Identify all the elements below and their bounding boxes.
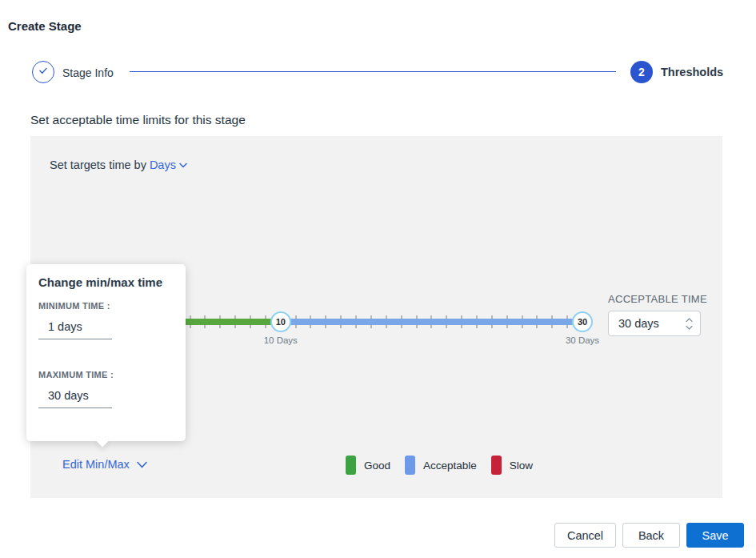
legend-swatch-slow	[491, 456, 502, 475]
targets-unit-dropdown[interactable]: Days	[150, 159, 187, 171]
acceptable-time-label: ACCEPTABLE TIME	[608, 293, 707, 305]
legend-swatch-acceptable	[405, 456, 415, 475]
slider-min-axis-label: 10 Days	[264, 335, 298, 345]
targets-row: Set targets time byDays	[50, 159, 187, 171]
step-stage-info-label[interactable]: Stage Info	[62, 66, 114, 79]
check-icon	[38, 65, 49, 79]
back-button[interactable]: Back	[622, 523, 680, 548]
stepper-down-icon[interactable]	[686, 325, 693, 330]
slider-handle-max[interactable]: 30	[572, 311, 593, 332]
targets-unit-value: Days	[150, 159, 176, 171]
slider-max-axis-label: 30 Days	[566, 335, 599, 345]
legend-label-slow: Slow	[510, 460, 533, 472]
stepper-up-icon[interactable]	[686, 318, 693, 323]
minimum-time-label: MINIMUM TIME :	[38, 301, 110, 311]
targets-prefix-label: Set targets time by	[50, 159, 146, 171]
save-button[interactable]: Save	[686, 523, 744, 548]
chevron-down-icon	[176, 159, 187, 171]
legend-label-acceptable: Acceptable	[423, 460, 477, 472]
legend: Good Acceptable Slow	[346, 456, 533, 475]
stepper-connector	[130, 71, 616, 72]
time-range-slider[interactable]: 10 30 10 Days 30 Days	[145, 311, 582, 332]
section-heading: Set acceptable time limits for this stag…	[30, 113, 246, 127]
change-minmax-popover: Change min/max time MINIMUM TIME : 1 day…	[26, 264, 186, 441]
step-thresholds-label[interactable]: Thresholds	[661, 66, 723, 78]
maximum-time-field[interactable]: 30 days	[48, 389, 89, 402]
step-thresholds-indicator[interactable]: 2	[630, 61, 653, 83]
page-title: Create Stage	[8, 19, 82, 33]
legend-swatch-good	[346, 456, 356, 475]
slider-handle-min[interactable]: 10	[270, 311, 291, 332]
legend-item-acceptable: Acceptable	[405, 456, 477, 475]
acceptable-time-input[interactable]: 30 days	[608, 311, 701, 336]
edit-minmax-link[interactable]: Edit Min/Max	[62, 458, 147, 471]
maximum-time-label: MAXIMUM TIME :	[38, 370, 114, 379]
legend-label-good: Good	[364, 460, 390, 472]
legend-item-good: Good	[346, 456, 390, 475]
cancel-button[interactable]: Cancel	[554, 523, 616, 548]
minimum-time-underline	[38, 339, 112, 339]
create-stage-dialog: Create Stage Stage Info 2 Thresholds Set…	[0, 0, 756, 558]
minimum-time-field[interactable]: 1 days	[48, 320, 82, 333]
edit-minmax-label: Edit Min/Max	[62, 458, 130, 471]
chevron-down-icon	[137, 458, 147, 471]
legend-item-slow: Slow	[491, 456, 533, 475]
maximum-time-underline	[38, 407, 112, 408]
acceptable-time-value: 30 days	[609, 317, 686, 330]
step-stage-info-indicator[interactable]	[32, 61, 54, 83]
popover-title: Change min/max time	[38, 275, 162, 289]
